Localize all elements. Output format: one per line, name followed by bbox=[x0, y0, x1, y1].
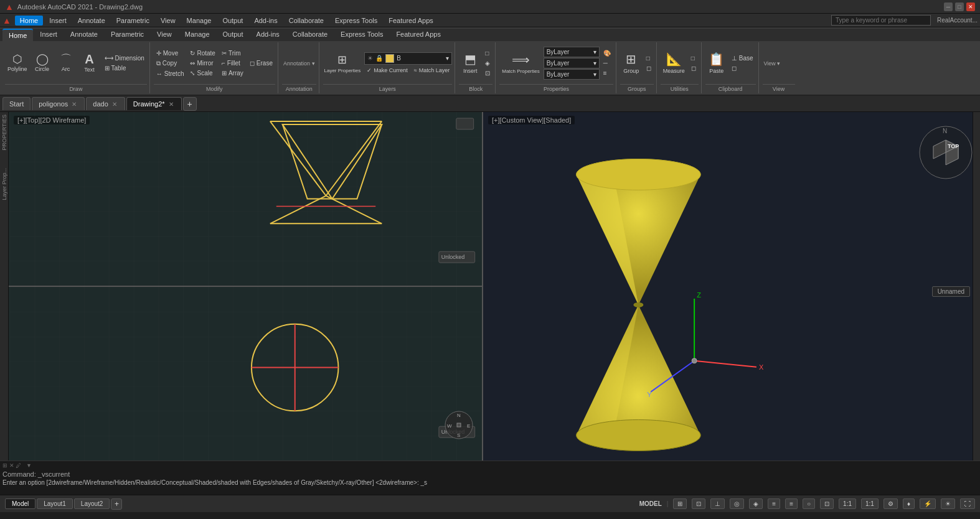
cmd-dropdown[interactable]: ▼ bbox=[26, 462, 32, 469]
isolate-objects[interactable]: ☀ bbox=[941, 498, 955, 509]
tab-home[interactable]: Home bbox=[2, 29, 33, 41]
menu-parametric[interactable]: Parametric bbox=[111, 16, 154, 26]
tab-drawing2-close[interactable]: ✕ bbox=[167, 101, 175, 108]
menu-annotate[interactable]: Annotate bbox=[73, 16, 110, 26]
base-button[interactable]: ⊥ Base bbox=[729, 54, 756, 63]
lineweight-dropdown[interactable]: ByLayer ▾ bbox=[544, 58, 600, 68]
grid-button[interactable]: ⊞ bbox=[673, 498, 687, 509]
properties-icon-3[interactable]: ≡ bbox=[601, 68, 613, 78]
arc-button[interactable]: ⌒ Arc bbox=[55, 52, 77, 74]
scrollbar-v-3d[interactable] bbox=[973, 112, 980, 461]
match-layer-button[interactable]: ≈ Match Layer bbox=[412, 66, 452, 75]
trim-button[interactable]: ✂ Trim bbox=[219, 49, 246, 58]
layer-name-dropdown[interactable]: ☀ 🔒 B ▾ bbox=[364, 52, 452, 65]
transparency-dropdown[interactable]: ByLayer ▾ bbox=[544, 69, 600, 80]
model-tab[interactable]: Model bbox=[5, 498, 35, 509]
menu-output[interactable]: Output bbox=[217, 16, 248, 26]
block-small-1[interactable]: □ bbox=[483, 49, 492, 58]
linetype-dropdown[interactable]: ByLayer ▾ bbox=[544, 47, 600, 57]
search-input[interactable] bbox=[831, 15, 931, 26]
user-account[interactable]: RealAccount... bbox=[937, 17, 978, 24]
layer-prop-panel-label[interactable]: Layer Prop... bbox=[1, 166, 7, 203]
layout2-tab[interactable]: Layout2 bbox=[74, 498, 110, 509]
properties-panel-label[interactable]: PROPERTIES bbox=[1, 112, 7, 153]
properties-icon-2[interactable]: ─ bbox=[601, 58, 613, 68]
insert-button[interactable]: ⬒ Insert bbox=[459, 50, 481, 76]
tab-dado-close[interactable]: ✕ bbox=[111, 101, 118, 108]
match-properties-button[interactable]: ⟹ Match Properties bbox=[499, 51, 542, 76]
group-small-2[interactable]: ◻ bbox=[644, 63, 654, 73]
clipboard-small-2[interactable]: ◻ bbox=[729, 63, 756, 73]
viewport-scale[interactable]: 1:1 bbox=[839, 498, 856, 509]
table-button[interactable]: ⊞ Table bbox=[102, 63, 147, 73]
close-button[interactable]: ✕ bbox=[966, 2, 975, 11]
tab-output[interactable]: Output bbox=[217, 29, 250, 41]
mirror-button[interactable]: ⇔ Mirror bbox=[187, 58, 217, 68]
polyline-button[interactable]: ⬡ Polyline bbox=[5, 52, 30, 74]
layer-properties-button[interactable]: ⊞ Layer Properties bbox=[323, 52, 362, 75]
add-layout-button[interactable]: + bbox=[111, 498, 122, 510]
tab-express[interactable]: Express Tools bbox=[334, 29, 389, 41]
measure-button[interactable]: 📐 Measure bbox=[661, 50, 687, 76]
paste-button[interactable]: 📋 Paste bbox=[705, 50, 728, 76]
scale-button[interactable]: ⤡ Scale bbox=[187, 68, 217, 78]
group-button[interactable]: ⊞ Group bbox=[620, 50, 643, 76]
menu-express[interactable]: Express Tools bbox=[330, 16, 382, 26]
tab-insert[interactable]: Insert bbox=[34, 29, 64, 41]
tab-view[interactable]: View bbox=[151, 29, 178, 41]
properties-icon-1[interactable]: 🎨 bbox=[601, 49, 613, 58]
circle-button[interactable]: ◯ Circle bbox=[31, 52, 54, 74]
menu-collaborate[interactable]: Collaborate bbox=[284, 16, 329, 26]
move-button[interactable]: ✛ Move bbox=[154, 49, 187, 58]
utilities-small-1[interactable]: □ bbox=[689, 54, 699, 63]
tab-poligonos[interactable]: poligonos ✕ bbox=[32, 97, 85, 110]
fullscreen-button[interactable]: ⛶ bbox=[960, 498, 975, 509]
tab-addins[interactable]: Add-ins bbox=[250, 29, 286, 41]
tab-start[interactable]: Start bbox=[2, 97, 31, 110]
tab-annotate[interactable]: Annotate bbox=[64, 29, 104, 41]
tab-drawing2[interactable]: Drawing2* ✕ bbox=[126, 97, 182, 110]
layout1-tab[interactable]: Layout1 bbox=[37, 498, 73, 509]
osnap-button[interactable]: ◈ bbox=[749, 498, 763, 509]
snap-button[interactable]: ⊡ bbox=[692, 498, 705, 509]
dyn-button[interactable]: ≡ bbox=[768, 498, 780, 509]
erase-button[interactable]: ◻ Erase bbox=[247, 58, 275, 68]
dimension-button[interactable]: ⟷ Dimension bbox=[102, 54, 147, 63]
utilities-small-2[interactable]: ◻ bbox=[689, 63, 699, 73]
menu-insert[interactable]: Insert bbox=[44, 16, 72, 26]
workspace-button[interactable]: ⚙ bbox=[883, 498, 898, 509]
ortho-button[interactable]: ⊥ bbox=[710, 498, 725, 509]
menu-view[interactable]: View bbox=[156, 16, 181, 26]
annotation-placeholder: Annotation ▾ bbox=[282, 59, 316, 68]
annotation-scale[interactable]: 1:1 bbox=[861, 498, 879, 509]
minimize-button[interactable]: ─ bbox=[944, 2, 953, 11]
text-button[interactable]: A Text bbox=[78, 52, 101, 75]
tab-add-button[interactable]: + bbox=[183, 97, 197, 111]
tab-featured[interactable]: Featured Apps bbox=[390, 29, 447, 41]
selection-filter[interactable]: ⊡ bbox=[820, 498, 834, 509]
block-small-2[interactable]: ◈ bbox=[483, 58, 492, 68]
menu-manage[interactable]: Manage bbox=[182, 16, 217, 26]
stretch-button[interactable]: ↔ Stretch bbox=[154, 69, 187, 78]
copy-button[interactable]: ⧉ Copy bbox=[154, 58, 187, 68]
fillet-button[interactable]: ⌐ Fillet bbox=[219, 58, 246, 68]
make-current-button[interactable]: ✓ Make Current bbox=[364, 66, 410, 75]
tab-manage[interactable]: Manage bbox=[179, 29, 216, 41]
rotate-button[interactable]: ↻ Rotate bbox=[187, 49, 217, 58]
array-button[interactable]: ⊞ Array bbox=[219, 68, 246, 78]
menu-home[interactable]: Home bbox=[15, 16, 43, 26]
annotation-visibility[interactable]: ♦ bbox=[903, 498, 915, 509]
maximize-button[interactable]: □ bbox=[955, 2, 964, 11]
tab-collaborate[interactable]: Collaborate bbox=[286, 29, 334, 41]
group-small-1[interactable]: □ bbox=[644, 54, 654, 63]
polar-button[interactable]: ◎ bbox=[730, 498, 744, 509]
menu-featured[interactable]: Featured Apps bbox=[384, 16, 438, 26]
tab-poligonos-close[interactable]: ✕ bbox=[70, 101, 78, 108]
transparency-status[interactable]: ○ bbox=[803, 498, 815, 509]
tab-dado[interactable]: dado ✕ bbox=[86, 97, 125, 110]
tab-parametric[interactable]: Parametric bbox=[105, 29, 150, 41]
lineweight-button[interactable]: ≡ bbox=[785, 498, 798, 509]
performance[interactable]: ⚡ bbox=[920, 498, 936, 509]
menu-addins[interactable]: Add-ins bbox=[249, 16, 282, 26]
block-small-3[interactable]: ⊡ bbox=[483, 68, 492, 78]
